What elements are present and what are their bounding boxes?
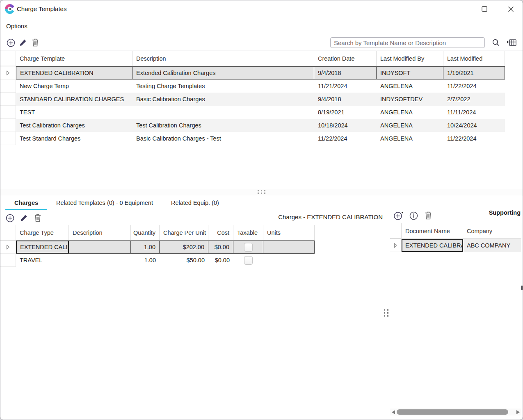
column-header[interactable]: Description bbox=[69, 225, 131, 240]
column-header[interactable]: Charge Type bbox=[16, 225, 69, 240]
cell[interactable]: 1/19/2021 bbox=[443, 66, 505, 79]
table-row[interactable]: EXTENDED CALIBRATIABC COMPANY bbox=[390, 239, 521, 252]
horizontal-scrollbar[interactable] bbox=[390, 409, 521, 415]
table-row[interactable]: EXTENDED CALIBR1.00$202.00$0.00 bbox=[0, 241, 315, 254]
delete-document-button[interactable] bbox=[422, 209, 434, 222]
table-row[interactable]: EXTENDED CALIBRATIONExtended Calibration… bbox=[0, 66, 505, 79]
cell[interactable]: Basic Calibration Charges - Test bbox=[132, 132, 314, 145]
cell[interactable]: 11/22/2024 bbox=[443, 132, 505, 145]
cell[interactable]: INDYSOFT bbox=[377, 66, 443, 79]
column-header[interactable]: Document Name bbox=[402, 223, 463, 238]
cell[interactable]: 9/4/2018 bbox=[314, 66, 377, 79]
table-row[interactable]: New Charge TempTesting Charge Templates1… bbox=[0, 79, 505, 93]
table-row[interactable]: Test Standard ChargesBasic Calibration C… bbox=[0, 132, 505, 145]
cell[interactable]: New Charge Temp bbox=[16, 79, 132, 93]
row-header-cell[interactable] bbox=[390, 239, 402, 252]
column-header[interactable]: Description bbox=[132, 51, 314, 66]
cell[interactable]: EXTENDED CALIBRATI bbox=[402, 239, 463, 252]
row-header-cell[interactable] bbox=[0, 66, 16, 79]
cell[interactable]: ABC COMPANY bbox=[463, 239, 521, 252]
table-row[interactable]: Test Calibration ChargesTest Calibration… bbox=[0, 119, 505, 132]
column-header[interactable]: Creation Date bbox=[314, 51, 377, 66]
edit-charge-button[interactable] bbox=[18, 212, 30, 224]
cell[interactable]: Test Calibration Charges bbox=[132, 119, 314, 132]
taxable-checkbox[interactable] bbox=[244, 256, 253, 265]
cell[interactable] bbox=[233, 254, 263, 267]
column-header[interactable]: Quantity bbox=[131, 225, 160, 240]
close-button[interactable] bbox=[502, 2, 520, 16]
taxable-checkbox[interactable] bbox=[244, 243, 253, 252]
maximize-button[interactable] bbox=[475, 2, 493, 16]
cell[interactable]: Test Calibration Charges bbox=[16, 119, 132, 132]
scroll-thumb[interactable] bbox=[397, 409, 508, 415]
search-button[interactable] bbox=[490, 36, 502, 49]
tab-charges[interactable]: Charges bbox=[5, 197, 47, 210]
cell[interactable]: $0.00 bbox=[208, 241, 233, 254]
cell[interactable]: 10/24/2024 bbox=[443, 119, 505, 132]
row-header-cell[interactable] bbox=[0, 93, 16, 106]
edit-template-button[interactable] bbox=[17, 36, 29, 49]
cell[interactable]: 1.00 bbox=[131, 254, 160, 267]
scroll-right-button[interactable] bbox=[515, 409, 521, 415]
cell[interactable]: STANDARD CALIBRATION CHARGES bbox=[16, 93, 132, 106]
column-header[interactable]: Charge Per Unit bbox=[160, 225, 208, 240]
vertical-splitter[interactable] bbox=[383, 307, 389, 319]
column-header[interactable]: Units bbox=[263, 225, 315, 240]
row-header-cell[interactable] bbox=[0, 241, 16, 254]
cell[interactable]: Basic Calibration Charges bbox=[132, 93, 314, 106]
menu-options[interactable]: Options bbox=[5, 22, 29, 30]
cell[interactable] bbox=[263, 241, 315, 254]
delete-template-button[interactable] bbox=[29, 36, 41, 49]
cell[interactable]: ANGELENA bbox=[377, 119, 443, 132]
cell[interactable]: EXTENDED CALIBRATION bbox=[16, 66, 132, 79]
cell[interactable]: 9/4/2018 bbox=[314, 93, 377, 106]
delete-charge-button[interactable] bbox=[32, 212, 44, 224]
cell[interactable] bbox=[69, 254, 131, 267]
add-charge-button[interactable] bbox=[4, 212, 16, 224]
cell[interactable]: TRAVEL bbox=[16, 254, 69, 267]
tab-related-equip-0[interactable]: Related Equip. (0) bbox=[162, 197, 228, 210]
column-header[interactable]: Last Modified By bbox=[377, 51, 443, 66]
horizontal-splitter[interactable] bbox=[0, 189, 523, 195]
cell[interactable]: 11/21/2024 bbox=[314, 79, 377, 93]
row-header-cell[interactable] bbox=[0, 254, 16, 267]
table-row[interactable]: STANDARD CALIBRATION CHARGESBasic Calibr… bbox=[0, 93, 505, 106]
cell[interactable]: Extended Calibration Charges bbox=[132, 66, 314, 79]
table-row[interactable]: TRAVEL1.00$50.00$0.00 bbox=[0, 254, 315, 267]
cell[interactable]: INDYSOFTDEV bbox=[377, 93, 443, 106]
column-header[interactable]: Taxable bbox=[233, 225, 263, 240]
cell[interactable]: ANGELENA bbox=[377, 132, 443, 145]
cell[interactable]: Test Standard Charges bbox=[16, 132, 132, 145]
cell[interactable] bbox=[132, 106, 314, 119]
search-input[interactable] bbox=[330, 37, 485, 48]
add-template-button[interactable] bbox=[5, 36, 17, 49]
add-document-button[interactable] bbox=[393, 209, 405, 222]
tab-related-templates-0-0-equipment[interactable]: Related Templates (0) - 0 Equipment bbox=[47, 197, 162, 210]
row-header-cell[interactable] bbox=[0, 79, 16, 93]
row-header-cell[interactable] bbox=[0, 106, 16, 119]
column-chooser-button[interactable] bbox=[505, 36, 518, 49]
cell[interactable]: 11/22/2024 bbox=[443, 79, 505, 93]
right-edge-splitter[interactable] bbox=[521, 286, 523, 290]
cell[interactable]: 11/11/2024 bbox=[443, 106, 505, 119]
cell[interactable] bbox=[233, 241, 263, 254]
row-header-cell[interactable] bbox=[0, 119, 16, 132]
cell[interactable]: ANGELENA bbox=[377, 79, 443, 93]
scroll-track[interactable] bbox=[397, 409, 515, 415]
cell[interactable] bbox=[263, 254, 315, 267]
cell[interactable]: $50.00 bbox=[160, 254, 208, 267]
cell[interactable]: EXTENDED CALIBR bbox=[16, 241, 69, 254]
column-header[interactable]: Last Modified bbox=[443, 51, 505, 66]
row-header-cell[interactable] bbox=[0, 132, 16, 145]
cell[interactable] bbox=[69, 241, 131, 254]
cell[interactable]: $202.00 bbox=[160, 241, 208, 254]
cell[interactable]: 8/19/2021 bbox=[314, 106, 377, 119]
table-row[interactable]: TEST8/19/2021ANGELENA11/11/2024 bbox=[0, 106, 505, 119]
column-header[interactable]: Company bbox=[463, 223, 521, 238]
cell[interactable]: Testing Charge Templates bbox=[132, 79, 314, 93]
document-info-button[interactable] bbox=[407, 209, 420, 222]
column-header[interactable]: Charge Template bbox=[16, 51, 132, 66]
cell[interactable]: 11/22/2024 bbox=[314, 132, 377, 145]
cell[interactable]: 2/7/2022 bbox=[443, 93, 505, 106]
cell[interactable]: 10/18/2024 bbox=[314, 119, 377, 132]
